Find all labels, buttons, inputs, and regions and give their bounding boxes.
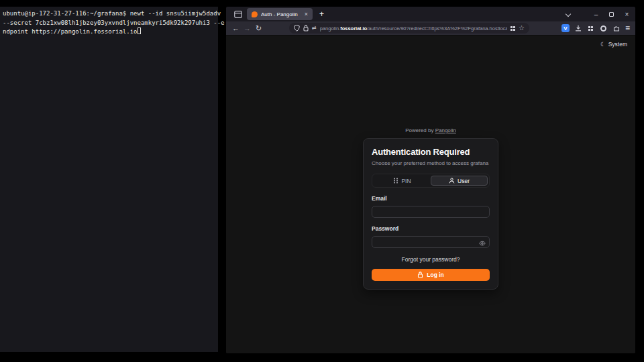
url-path: /auth/resource/90?redirect=https%3A%2F%2…	[367, 25, 507, 32]
app-menu-icon[interactable]: ≡	[625, 24, 630, 32]
extensions-puzzle-icon[interactable]	[612, 24, 621, 32]
password-wrap	[372, 235, 490, 248]
page-content: ☾ System Powered by Pangolin Authenticat…	[226, 36, 635, 353]
bookmark-star-icon[interactable]: ☆	[519, 25, 525, 32]
firefox-view-icon[interactable]	[233, 9, 244, 19]
tracking-shield-icon[interactable]	[294, 25, 300, 32]
list-tabs-chevron-icon[interactable]	[566, 11, 571, 17]
browser-window: Auth - Pangolin × + – × ← → ↻ ⇄	[226, 7, 635, 353]
reload-button[interactable]: ↻	[253, 25, 264, 32]
terminal-line: --secret 7cbz1xw08lh1jbzey03yxvndljvneam…	[3, 19, 217, 28]
tab-pin[interactable]: PIN	[374, 176, 431, 186]
back-button[interactable]: ←	[230, 25, 241, 32]
powered-by: Powered by Pangolin	[363, 127, 498, 133]
maximize-icon	[609, 12, 614, 17]
auth-column: Powered by Pangolin Authentication Requi…	[363, 127, 498, 290]
show-password-eye-icon[interactable]	[479, 237, 486, 249]
url-text: pangolin.fossorial.io/auth/resource/90?r…	[320, 25, 507, 32]
blue-extension-icon[interactable]: V	[561, 24, 570, 32]
moon-icon: ☾	[600, 41, 606, 48]
login-button[interactable]: Log in	[372, 269, 490, 281]
forgot-password-link[interactable]: Forgot your password?	[372, 256, 490, 263]
password-field[interactable]	[372, 236, 490, 248]
card-subtitle: Choose your preferred method to access g…	[372, 160, 490, 166]
url-bar[interactable]: ⇄ pangolin.fossorial.io/auth/resource/90…	[289, 23, 529, 34]
circle-extension-icon[interactable]	[600, 24, 608, 32]
login-button-label: Log in	[427, 272, 444, 278]
new-tab-button[interactable]: +	[316, 9, 327, 19]
screen: ubuntu@ip-172-31-27-116:~/grafana$ newt …	[0, 0, 644, 362]
auth-card: Authentication Required Choose your pref…	[363, 138, 498, 290]
keypad-dots-icon	[393, 178, 398, 184]
grid-extension-icon[interactable]	[587, 24, 595, 32]
tab-close-icon[interactable]: ×	[305, 11, 308, 17]
window-close-button[interactable]: ×	[622, 9, 632, 19]
pangolin-link[interactable]: Pangolin	[435, 127, 456, 133]
permissions-swap-icon[interactable]: ⇄	[312, 25, 317, 31]
powered-by-text: Powered by	[405, 127, 433, 133]
url-subdomain: pangolin.	[320, 25, 340, 32]
tab-pin-label: PIN	[401, 178, 411, 184]
tab-bar: Auth - Pangolin × + – ×	[226, 7, 635, 21]
theme-toggle[interactable]: ☾ System	[600, 41, 627, 48]
browser-toolbar: ← → ↻ ⇄ pangolin.fossorial.io/auth/resou…	[226, 21, 635, 36]
lock-icon[interactable]	[303, 25, 309, 32]
url-domain: fossorial.io	[340, 25, 367, 32]
terminal-window[interactable]: ubuntu@ip-172-31-27-116:~/grafana$ newt …	[0, 7, 218, 352]
email-label: Email	[372, 195, 490, 202]
terminal-line-text: ndpoint https://pangolin.fossorial.io	[3, 28, 137, 35]
pangolin-favicon-icon	[252, 11, 258, 17]
email-field[interactable]	[372, 206, 490, 218]
terminal-line: ndpoint https://pangolin.fossorial.io	[3, 27, 217, 37]
page-actions-grid-icon[interactable]	[511, 26, 515, 31]
auth-method-tabs: PIN User	[372, 174, 490, 188]
window-maximize-button[interactable]	[606, 9, 616, 19]
downloads-icon[interactable]	[574, 24, 582, 32]
terminal-line: ubuntu@ip-172-31-27-116:~/grafana$ newt …	[3, 9, 217, 19]
theme-label: System	[608, 41, 627, 48]
toolbar-right: V ≡	[561, 24, 631, 32]
tab-title: Auth - Pangolin	[261, 11, 301, 17]
login-lock-icon	[417, 272, 423, 278]
card-title: Authentication Required	[372, 147, 490, 157]
tab-user[interactable]: User	[431, 176, 488, 186]
password-label: Password	[372, 225, 490, 232]
terminal-cursor	[138, 27, 141, 34]
browser-tab[interactable]: Auth - Pangolin ×	[247, 8, 313, 20]
forward-button[interactable]: →	[241, 25, 253, 32]
tab-user-label: User	[458, 178, 470, 184]
window-minimize-button[interactable]: –	[591, 9, 601, 19]
user-icon	[449, 178, 455, 184]
